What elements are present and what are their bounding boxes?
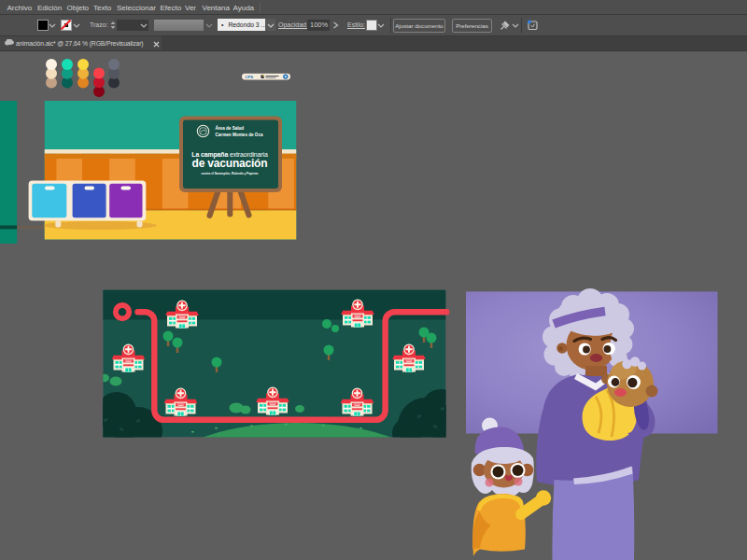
svg-text:Área de Salud: Área de Salud [216,125,245,131]
svg-text:Carmen Montes de Oca: Carmen Montes de Oca [216,133,264,137]
svg-text:CPS: CPS [246,75,254,79]
svg-text:de vacunación: de vacunación [192,157,268,170]
svg-text:contra el Sarampión, Rubeola y: contra el Sarampión, Rubeola y Paperas [202,172,259,175]
